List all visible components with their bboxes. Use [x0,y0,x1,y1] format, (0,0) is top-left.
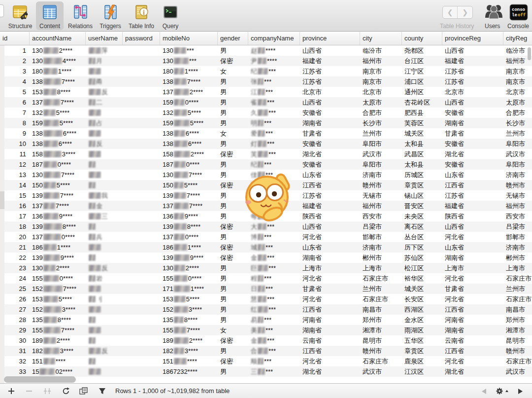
cell-province[interactable]: 河北省 [300,273,360,284]
cell-password[interactable] [123,170,160,180]
cell-companyName[interactable]: 张*** [248,76,300,87]
cell-cityReg[interactable]: 郴州市 [503,253,532,263]
table-row[interactable]: 181398****1398****保密大***山西省吕梁市离石区山西省吕梁市 [0,221,532,232]
cell-province[interactable]: 安徽省 [300,159,360,170]
cell-mobileNo[interactable]: 1595**** [160,118,218,128]
cell-userName[interactable] [86,366,123,377]
cell-cityReg[interactable]: 吕梁市 [503,221,532,232]
table-row[interactable]: 101386****反1386****男灯***安徽省阜阳市太和县安徽省阜阳市 [0,139,532,149]
cell-password[interactable] [123,139,160,149]
cell-city[interactable]: 长沙市 [360,118,402,128]
table-row[interactable]: 231302****反1302****男巨***上海市上海市松江区上海市上海市 [0,263,532,273]
cell-county[interactable]: 通州区 [402,87,442,97]
table-row[interactable]: 91386****1386****女爱***甘肃省兰州市城关区甘肃省兰州市 [0,128,532,139]
cell-province[interactable]: 甘肃省 [300,128,360,139]
cell-id[interactable]: 25 [0,284,30,294]
cell-provinceReg[interactable]: 甘肃省 [442,284,503,294]
cell-province[interactable]: 河北省 [300,356,360,366]
cell-city[interactable]: 昆明市 [360,335,402,346]
cell-provinceReg[interactable]: 安徽省 [442,139,503,149]
cell-accountName[interactable]: 1386**** [30,139,86,149]
cell-province[interactable]: 江苏省 [300,190,360,201]
cell-password[interactable] [123,97,160,108]
cell-city[interactable]: 阜阳市 [360,139,402,149]
cell-county[interactable]: 历下区 [402,242,442,253]
cell-password[interactable] [123,159,160,170]
cell-mobileNo[interactable]: 1372**** [160,87,218,97]
cell-cityReg[interactable]: 北京市 [503,87,532,97]
cell-accountName[interactable]: 1550**** [30,273,86,284]
cell-mobileNo[interactable]: 1386**** [160,128,218,139]
cell-accountName[interactable]: 1302**** [30,45,86,56]
cell-password[interactable] [123,356,160,366]
cell-password[interactable] [123,190,160,201]
console-button[interactable]: conso le off [509,4,528,21]
cell-provinceReg[interactable]: 湖南省 [442,253,503,263]
cell-accountName[interactable]: 1377**** [30,97,86,108]
cell-mobileNo[interactable]: 1711**** [160,284,218,294]
cell-provinceReg[interactable]: 江苏省 [442,190,503,201]
cell-province[interactable]: 云南省 [300,335,360,346]
table-row[interactable]: 311823****反1823****男合***江西省赣州市章贡区江西省赣州市 [0,346,532,356]
cell-province[interactable]: 福建省 [300,201,360,211]
cell-provinceReg[interactable]: 山西省 [442,221,503,232]
cell-city[interactable]: 吕梁市 [360,221,402,232]
cell-id[interactable]: 13 [0,170,30,180]
cell-mobileNo[interactable]: 1550**** [160,273,218,284]
column-header-mobileNo[interactable]: mobileNo [160,32,218,45]
cell-province[interactable]: 河北省 [300,294,360,304]
cell-password[interactable] [123,211,160,221]
cell-mobileNo[interactable]: 1505**** [160,180,218,190]
cell-id[interactable]: 18 [0,221,30,232]
cell-gender[interactable]: 男 [218,366,248,377]
cell-userName[interactable]: 萍 [86,45,123,56]
history-back-button[interactable]: ❮ [443,6,458,18]
cell-county[interactable]: 松江区 [402,263,442,273]
cell-userName[interactable]: 月 [86,56,123,66]
cell-province[interactable]: 山西省 [300,221,360,232]
cell-userName[interactable] [86,253,123,263]
cell-city[interactable]: 邯郸市 [360,232,402,242]
column-header-userName[interactable]: userName [86,32,123,45]
cell-gender[interactable]: 男 [218,159,248,170]
cell-userName[interactable]: 二 [86,97,123,108]
table-row[interactable]: 201370****兵1370****男博***河北省邯郸市丛台区河北省邯郸市 [0,232,532,242]
cell-cityReg[interactable]: 兰州市 [503,284,532,294]
column-header-county[interactable]: county [402,32,442,45]
cell-city[interactable]: 济南市 [360,242,402,253]
cell-gender[interactable]: 男 [218,273,248,284]
tab-content[interactable]: Content [36,1,64,30]
cell-provinceReg[interactable]: 河北省 [442,294,503,304]
cell-password[interactable] [123,294,160,304]
cell-city[interactable]: 南京市 [360,76,402,87]
cell-accountName[interactable]: 1399**** [30,253,86,263]
cell-cityReg[interactable]: 南昌市 [503,304,532,315]
cell-cityReg[interactable]: 南京市 [503,76,532,87]
cell-provinceReg[interactable]: 陕西省 [442,211,503,221]
cell-county[interactable]: 历城区 [402,170,442,180]
cell-id[interactable]: 28 [0,315,30,325]
cell-password[interactable] [123,128,160,139]
cell-cityReg[interactable]: 太原市 [503,97,532,108]
table-row[interactable]: 291557****1557****女美***湖南省湘潭市雨湖区湖南省湘潭市 [0,325,532,335]
cell-province[interactable]: 山东省 [300,170,360,180]
cell-id[interactable]: 20 [0,232,30,242]
cell-password[interactable] [123,366,160,377]
table-row[interactable]: 281358****1358****男易***河南省郑州市金水区河南省郑州市 [0,315,532,325]
cell-id[interactable]: 21 [0,242,30,253]
cell-gender[interactable]: 女 [218,128,248,139]
cell-city[interactable]: 太原市 [360,97,402,108]
cell-county[interactable]: 金水区 [402,315,442,325]
cell-companyName[interactable]: 日*** [248,284,300,294]
cell-companyName[interactable]: 合*** [248,346,300,356]
cell-province[interactable]: 江西省 [300,180,360,190]
cell-county[interactable]: 雨湖区 [402,325,442,335]
cell-id[interactable]: 22 [0,253,30,263]
cell-province[interactable]: 山西省 [300,45,360,56]
cell-companyName[interactable]: 尹**** [248,56,300,66]
cell-id[interactable]: 7 [0,108,30,118]
clipped-toolbar-button[interactable] [0,4,4,17]
cell-companyName[interactable]: 江*** [248,87,300,97]
cell-gender[interactable]: 保密 [218,253,248,263]
cell-userName[interactable] [86,335,123,346]
